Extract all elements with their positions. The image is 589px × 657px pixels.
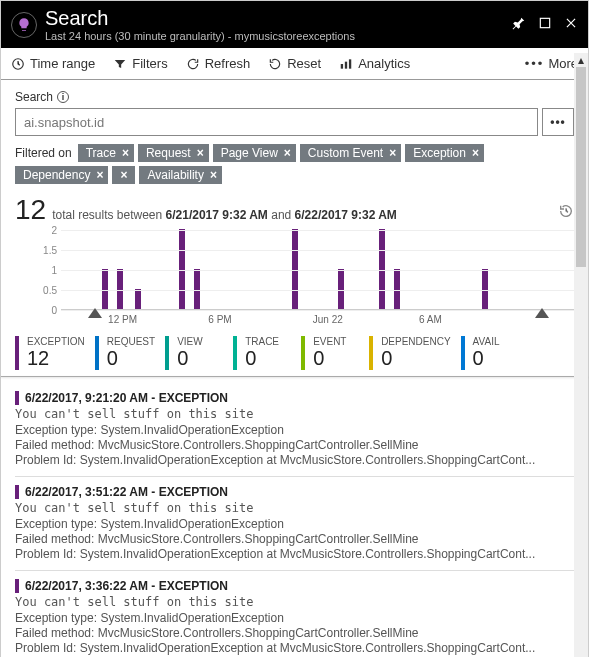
- range-handle-right[interactable]: [535, 308, 549, 318]
- refresh-label: Refresh: [205, 56, 251, 71]
- panel-subtitle: Last 24 hours (30 minute granularity) - …: [45, 30, 355, 42]
- maximize-icon[interactable]: [538, 16, 552, 33]
- panel-header: Search Last 24 hours (30 minute granular…: [1, 1, 588, 48]
- results-summary: 12 total results between 6/21/2017 9:32 …: [15, 194, 574, 226]
- results-list: 6/22/2017, 9:21:20 AM - EXCEPTIONYou can…: [15, 383, 574, 657]
- scroll-thumb[interactable]: [576, 67, 586, 267]
- chart-bar[interactable]: [102, 269, 108, 309]
- result-item[interactable]: 6/22/2017, 3:51:22 AM - EXCEPTIONYou can…: [15, 476, 574, 570]
- metric-label: AVAIL: [473, 336, 519, 347]
- chart-bar[interactable]: [117, 269, 123, 309]
- item-message: You can't sell stuff on this site: [15, 501, 574, 515]
- chart-bar[interactable]: [179, 229, 185, 309]
- item-exception-type: Exception type: System.InvalidOperationE…: [15, 517, 574, 531]
- search-input[interactable]: [15, 108, 538, 136]
- metric-view[interactable]: VIEW0: [165, 336, 233, 370]
- time-range-label: Time range: [30, 56, 95, 71]
- svg-rect-3: [345, 61, 347, 68]
- metric-dependency[interactable]: DEPENDENCY0: [369, 336, 460, 370]
- chart-bar[interactable]: [482, 269, 488, 309]
- divider: [1, 376, 588, 377]
- close-icon[interactable]: [564, 16, 578, 33]
- time-range-button[interactable]: Time range: [11, 56, 95, 71]
- svg-rect-4: [349, 59, 351, 68]
- x-tick-label: Jun 22: [313, 314, 343, 325]
- chip-remove-icon[interactable]: ×: [472, 146, 479, 160]
- item-problem-id: Problem Id: System.InvalidOperationExcep…: [15, 641, 574, 655]
- item-problem-id: Problem Id: System.InvalidOperationExcep…: [15, 453, 574, 467]
- filters-button[interactable]: Filters: [113, 56, 167, 71]
- chart-bar[interactable]: [394, 269, 400, 309]
- reset-button[interactable]: Reset: [268, 56, 321, 71]
- item-timestamp-heading: 6/22/2017, 9:21:20 AM - EXCEPTION: [15, 391, 574, 405]
- metric-value: 0: [473, 347, 519, 370]
- item-exception-type: Exception type: System.InvalidOperationE…: [15, 611, 574, 625]
- info-icon[interactable]: i: [57, 91, 69, 103]
- chip-page-view[interactable]: Page View×: [213, 144, 296, 162]
- metric-exception[interactable]: EXCEPTION12: [15, 336, 95, 370]
- metrics-row: EXCEPTION12REQUEST0VIEW0TRACE0EVENT0DEPE…: [15, 336, 574, 370]
- chip-remove-icon[interactable]: ×: [96, 168, 103, 182]
- chip-dependency[interactable]: Dependency×: [15, 166, 108, 184]
- chip-remove-icon[interactable]: ×: [210, 168, 217, 182]
- result-item[interactable]: 6/22/2017, 3:36:22 AM - EXCEPTIONYou can…: [15, 570, 574, 657]
- search-field-label: Search i: [15, 90, 574, 104]
- range-handle-left[interactable]: [88, 308, 102, 318]
- search-label-text: Search: [15, 90, 53, 104]
- header-text: Search Last 24 hours (30 minute granular…: [45, 7, 355, 42]
- chart-bar[interactable]: [292, 229, 298, 309]
- svg-rect-2: [341, 64, 343, 69]
- item-message: You can't sell stuff on this site: [15, 595, 574, 609]
- metric-value: 12: [27, 347, 85, 370]
- metric-avail[interactable]: AVAIL0: [461, 336, 529, 370]
- chip-availability[interactable]: Availability×: [139, 166, 222, 184]
- chip-custom-event[interactable]: Custom Event×: [300, 144, 401, 162]
- chip-remove-icon[interactable]: ×: [284, 146, 291, 160]
- metric-request[interactable]: REQUEST0: [95, 336, 165, 370]
- metric-trace[interactable]: TRACE0: [233, 336, 301, 370]
- chip-trace[interactable]: Trace×: [78, 144, 134, 162]
- chip-remove-icon[interactable]: ×: [389, 146, 396, 160]
- chip-request[interactable]: Request×: [138, 144, 209, 162]
- metric-value: 0: [313, 347, 359, 370]
- item-timestamp-heading: 6/22/2017, 3:36:22 AM - EXCEPTION: [15, 579, 574, 593]
- results-range-text: total results between 6/21/2017 9:32 AM …: [52, 208, 397, 222]
- timeline-chart[interactable]: 00.511.52 12 PM6 PMJun 226 AM: [15, 230, 574, 330]
- metric-label: VIEW: [177, 336, 223, 347]
- panel-title: Search: [45, 7, 355, 30]
- pin-icon[interactable]: [512, 16, 526, 33]
- result-item[interactable]: 6/22/2017, 9:21:20 AM - EXCEPTIONYou can…: [15, 383, 574, 476]
- chart-bar[interactable]: [135, 289, 141, 309]
- metric-value: 0: [381, 347, 450, 370]
- filter-chips: Filtered on Trace× Request× Page View× C…: [15, 144, 574, 184]
- metric-event[interactable]: EVENT0: [301, 336, 369, 370]
- chart-bar[interactable]: [338, 269, 344, 309]
- x-tick-label: 12 PM: [108, 314, 137, 325]
- chip-exception[interactable]: Exception×: [405, 144, 484, 162]
- analytics-label: Analytics: [358, 56, 410, 71]
- item-failed-method: Failed method: MvcMusicStore.Controllers…: [15, 438, 574, 452]
- chip-remove-icon[interactable]: ×: [197, 146, 204, 160]
- results-count: 12: [15, 194, 46, 226]
- x-tick-label: 6 PM: [208, 314, 231, 325]
- x-tick-label: 6 AM: [419, 314, 442, 325]
- scroll-up-icon[interactable]: ▴: [574, 53, 588, 67]
- metric-value: 0: [245, 347, 291, 370]
- panel-body: Search i ••• Filtered on Trace× Request×…: [1, 80, 588, 657]
- history-icon[interactable]: [558, 203, 574, 222]
- chart-bar[interactable]: [379, 229, 385, 309]
- search-more-button[interactable]: •••: [542, 108, 574, 136]
- more-button[interactable]: ••• More: [525, 56, 578, 71]
- metric-label: TRACE: [245, 336, 291, 347]
- item-problem-id: Problem Id: System.InvalidOperationExcep…: [15, 547, 574, 561]
- item-exception-type: Exception type: System.InvalidOperationE…: [15, 423, 574, 437]
- scrollbar[interactable]: ▴: [574, 53, 588, 657]
- chart-bar[interactable]: [194, 269, 200, 309]
- item-message: You can't sell stuff on this site: [15, 407, 574, 421]
- chip-remove-icon[interactable]: ×: [122, 146, 129, 160]
- chip-clear[interactable]: ×: [112, 166, 135, 184]
- item-failed-method: Failed method: MvcMusicStore.Controllers…: [15, 532, 574, 546]
- insights-bulb-icon: [11, 12, 37, 38]
- analytics-button[interactable]: Analytics: [339, 56, 410, 71]
- refresh-button[interactable]: Refresh: [186, 56, 251, 71]
